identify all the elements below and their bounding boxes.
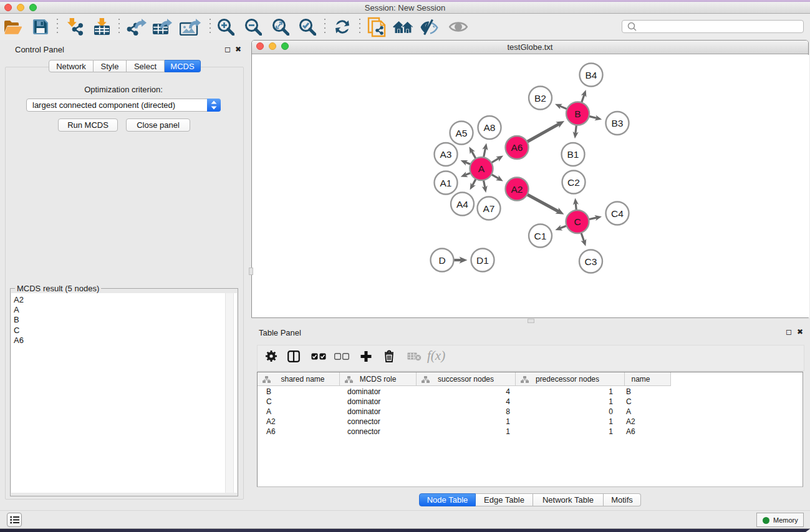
svg-text:B2: B2: [534, 93, 546, 104]
svg-text:B: B: [574, 109, 581, 119]
svg-text:A: A: [478, 163, 485, 174]
svg-text:C1: C1: [534, 231, 547, 241]
svg-text:B3: B3: [612, 118, 624, 128]
svg-text:A5: A5: [456, 128, 468, 138]
svg-text:C4: C4: [611, 208, 624, 219]
svg-text:A8: A8: [484, 122, 496, 133]
svg-text:C: C: [574, 216, 581, 227]
svg-text:B1: B1: [567, 149, 579, 160]
svg-text:C3: C3: [585, 256, 597, 267]
svg-text:A3: A3: [440, 149, 452, 160]
svg-text:B4: B4: [586, 70, 597, 80]
svg-text:A4: A4: [456, 199, 468, 210]
svg-text:C2: C2: [567, 177, 580, 188]
svg-text:A7: A7: [483, 203, 495, 214]
svg-text:D1: D1: [476, 255, 489, 266]
svg-text:A1: A1: [440, 178, 452, 188]
svg-text:A6: A6: [511, 142, 523, 153]
svg-text:A2: A2: [511, 184, 523, 195]
svg-text:D: D: [438, 255, 445, 266]
